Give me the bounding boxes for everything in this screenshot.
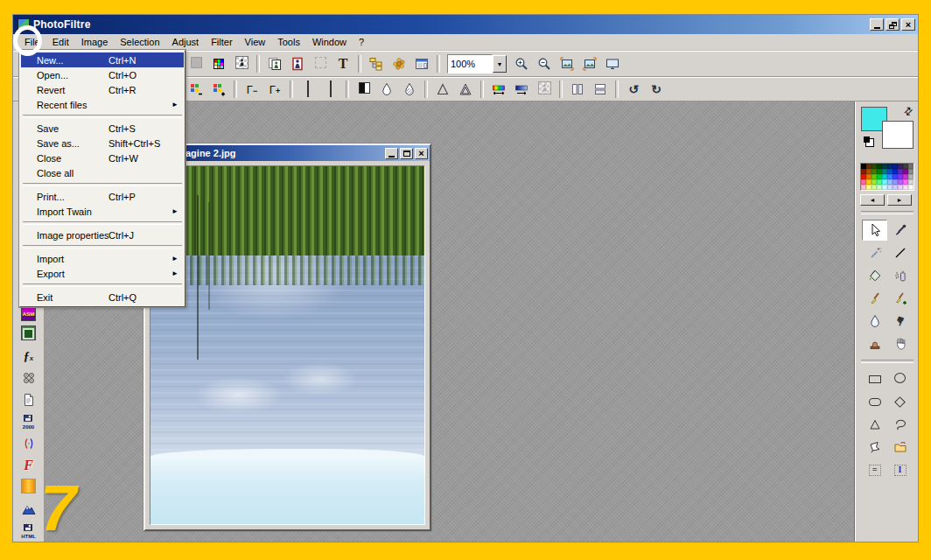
- increase-colors-button[interactable]: [208, 79, 229, 100]
- auto-zoom-button[interactable]: [556, 53, 578, 74]
- mirror-plugin-button[interactable]: [18, 433, 40, 454]
- image-window-titlebar[interactable]: agine 2.jpg ×: [145, 145, 430, 161]
- sharpen-button[interactable]: [399, 79, 420, 100]
- zoom-out-button[interactable]: [534, 53, 555, 74]
- gamma-minus-button[interactable]: Γ−: [242, 79, 262, 100]
- save-2000-plugin-button[interactable]: 2000: [18, 411, 40, 432]
- move-hand-tool[interactable]: [887, 333, 913, 354]
- frame-plugin-button[interactable]: [18, 324, 40, 345]
- palette-color-49[interactable]: [908, 185, 914, 190]
- file-menu-item-close[interactable]: CloseCtrl+W: [21, 150, 184, 165]
- load-selection-tool[interactable]: [887, 437, 913, 458]
- file-menu-item-revert[interactable]: RevertCtrl+R: [21, 82, 184, 97]
- show-colors-button[interactable]: [208, 53, 229, 74]
- sepia-mode-button[interactable]: [320, 79, 341, 100]
- close-button[interactable]: ×: [901, 18, 915, 31]
- file-menu-item-image-properties[interactable]: Image propertiesCtrl+J: [21, 228, 184, 242]
- flip-vertical-button[interactable]: [590, 79, 611, 100]
- image-minimize-button[interactable]: [385, 148, 398, 159]
- file-menu-item-import[interactable]: Import►: [21, 251, 184, 266]
- blur-tool-tool[interactable]: [862, 311, 887, 332]
- hue-variation-button[interactable]: [488, 79, 509, 100]
- transparent-color-button[interactable]: [231, 53, 252, 74]
- minimize-button[interactable]: [870, 18, 884, 31]
- file-menu-item-recent-files[interactable]: Recent files►: [21, 97, 184, 112]
- gradient-plugin-button[interactable]: [18, 477, 40, 498]
- image-maximize-button[interactable]: [400, 148, 413, 159]
- background-color-swatch[interactable]: [882, 121, 914, 149]
- menu-[interactable]: ?: [353, 35, 370, 49]
- file-menu-item-save[interactable]: SaveCtrl+S: [21, 121, 184, 136]
- eyedropper-tool[interactable]: [887, 220, 913, 241]
- file-menu-item-close-all[interactable]: Close all: [21, 165, 184, 180]
- full-screen-button[interactable]: [602, 53, 623, 74]
- swap-colors-icon[interactable]: ⇄: [900, 103, 915, 118]
- rounded-rectangle-selection-tool[interactable]: [862, 391, 887, 412]
- advanced-brush-tool[interactable]: [887, 288, 913, 309]
- polygon-selection-tool[interactable]: [862, 437, 887, 458]
- file-menu-item-open[interactable]: Open...Ctrl+O: [21, 67, 184, 82]
- gray-mode-button[interactable]: [298, 79, 318, 100]
- restore-button[interactable]: [886, 18, 900, 31]
- paste-as-selection-button[interactable]: [310, 53, 331, 74]
- lasso-selection-tool[interactable]: [887, 414, 913, 435]
- selection-option-lines-tool[interactable]: =: [862, 459, 887, 480]
- gamma-plus-button[interactable]: Γ+: [264, 79, 285, 100]
- gradient-button[interactable]: [511, 79, 532, 100]
- palette-prev-button[interactable]: ◄: [860, 194, 885, 206]
- paste-as-image-button[interactable]: [287, 53, 308, 74]
- menu-image[interactable]: Image: [75, 35, 115, 49]
- zoom-in-button[interactable]: [511, 53, 532, 74]
- pattern-plugin-button[interactable]: [18, 368, 40, 388]
- zoom-dropdown-button[interactable]: ▼: [493, 55, 507, 73]
- line-tool[interactable]: [887, 242, 913, 263]
- default-colors-icon[interactable]: [865, 138, 874, 147]
- fit-window-button[interactable]: [579, 53, 600, 74]
- zoom-value-field[interactable]: 100%: [447, 54, 493, 74]
- palette-next-button[interactable]: ►: [887, 194, 912, 206]
- fill-tool[interactable]: [862, 265, 887, 286]
- arrow-select-tool[interactable]: [862, 220, 887, 241]
- file-menu-item-new[interactable]: New...Ctrl+N: [21, 52, 184, 67]
- file-menu-item-exit[interactable]: ExitCtrl+Q: [21, 290, 184, 304]
- rotate-left-90-button[interactable]: ↺: [623, 79, 644, 100]
- decrease-colors-button[interactable]: [186, 79, 206, 100]
- file-menu-item-import-twain[interactable]: Import Twain►: [21, 204, 184, 219]
- app-titlebar[interactable]: PhotoFiltre ×: [13, 15, 918, 34]
- fotomask-plugin-button[interactable]: F: [18, 455, 40, 476]
- html-export-plugin-button[interactable]: HTML: [18, 521, 40, 542]
- lake-reflection-photo[interactable]: [150, 165, 425, 525]
- menu-selection[interactable]: Selection: [114, 35, 165, 49]
- photomasque-button[interactable]: [388, 53, 410, 74]
- file-menu-item-export[interactable]: Export►: [21, 266, 184, 281]
- rhombus-selection-tool[interactable]: [887, 391, 913, 412]
- rectangle-selection-tool[interactable]: [862, 368, 887, 389]
- clone-stamp-tool[interactable]: [862, 333, 887, 354]
- histogram-plugin-button[interactable]: [18, 499, 40, 520]
- menu-window[interactable]: Window: [306, 35, 353, 49]
- file-menu-item-save-as[interactable]: Save as...Shift+Ctrl+S: [21, 136, 184, 150]
- edges-button[interactable]: [455, 79, 476, 100]
- page-curl-plugin-button[interactable]: [18, 389, 40, 410]
- flip-horizontal-button[interactable]: [567, 79, 588, 100]
- menu-filter[interactable]: Filter: [205, 35, 238, 49]
- image-close-button[interactable]: ×: [415, 148, 428, 159]
- text-tool-button[interactable]: T: [332, 53, 354, 74]
- menu-view[interactable]: View: [239, 35, 272, 49]
- preferences-button[interactable]: [411, 53, 432, 74]
- airbrush-tool[interactable]: [887, 265, 913, 286]
- menu-adjust[interactable]: Adjust: [166, 35, 206, 49]
- triangle-selection-tool[interactable]: [862, 414, 887, 435]
- menu-edit[interactable]: Edit: [46, 35, 75, 49]
- disabled-swatch-button[interactable]: [186, 53, 206, 74]
- file-menu-item-print[interactable]: Print...Ctrl+P: [21, 189, 184, 204]
- relief-button[interactable]: [432, 79, 453, 100]
- magic-wand-tool[interactable]: [862, 242, 887, 263]
- menu-tools[interactable]: Tools: [271, 35, 306, 49]
- paintbrush-tool[interactable]: [862, 288, 887, 309]
- rotate-right-90-button[interactable]: ↻: [646, 79, 667, 100]
- contrast-button[interactable]: [354, 79, 374, 100]
- smudge-tool[interactable]: ☛: [887, 311, 913, 332]
- transparency-off-button[interactable]: [534, 79, 555, 100]
- selection-option-text-tool[interactable]: I: [887, 459, 913, 480]
